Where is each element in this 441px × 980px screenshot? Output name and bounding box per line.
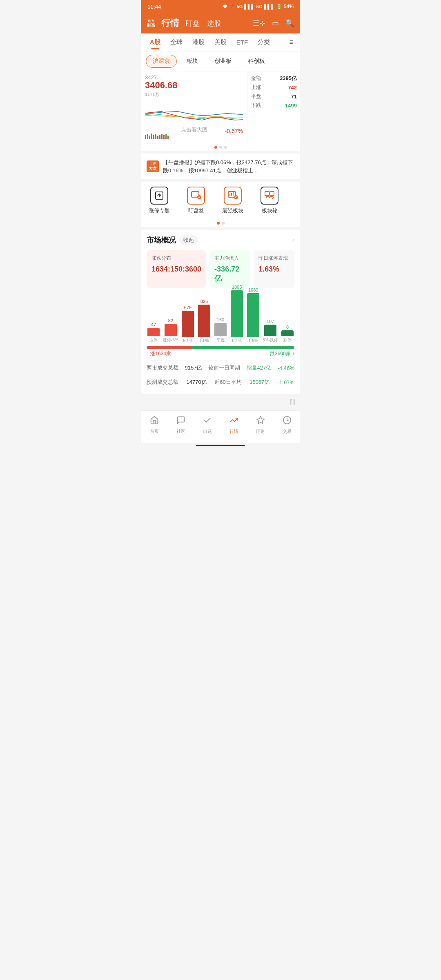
bar-dieting[interactable]: 8 跌停 [281,325,294,343]
quick-nav: 涨停专题 盯盘签 最强板块 [141,182,300,219]
svg-rect-9 [163,135,165,139]
svg-rect-1 [147,134,148,139]
stats-1-compare-value1: 缩量427亿 [247,364,272,372]
chart-hint[interactable]: 点击看大图 [181,126,207,134]
nav-home[interactable]: 首页 [141,414,167,436]
quick-nav-bankuai[interactable]: 板块轮 [251,187,288,214]
header: 东方 财富 行情 盯盘 选股 ☰⊹ ▭ 🔍 [141,13,300,33]
nav-community[interactable]: 社区 [167,414,194,436]
stats-row-2: 预测成交总额 14770亿 近60日平均 15067亿 -1.97% [147,375,294,389]
bottom-nav: 首页 社区 自选 行情 理财 [141,410,300,443]
dots2-1 [217,222,220,225]
watermark-area: fI [141,394,300,410]
subnav-star[interactable]: 科创板 [241,55,272,67]
zhangting-label: 涨停专题 [149,207,170,214]
tab-more-icon[interactable]: ≡ [287,38,296,47]
bar-1to5-label: 1680 [248,287,258,292]
card-yesterday[interactable]: 昨日涨停表现 1.63% [254,250,294,288]
bar-1to5[interactable]: 1680 1-5% [246,287,260,343]
bar-up5-body [165,324,177,336]
watermark-text: fI [290,398,296,407]
search-icon[interactable]: 🔍 [285,19,294,28]
bar-flat[interactable]: 150 平盘 [214,317,227,343]
quick-nav-zuiqiang[interactable]: 最强板块 [214,187,251,214]
finance-icon [256,416,265,427]
tab-hk[interactable]: 港股 [187,35,209,49]
external-link-icon[interactable]: ▭ [272,19,279,28]
dots2-2 [222,222,225,225]
tab-us[interactable]: 美股 [209,35,232,49]
quick-nav-dingpan[interactable]: 盯盘签 [178,187,214,214]
bar-5to1-label: 679 [184,305,192,310]
settings-icon[interactable]: ☰⊹ [253,19,265,28]
progress-down-text: 跌3600家 [270,351,291,356]
bar-0to1-label: 1805 [232,285,242,290]
quick-nav-dots [141,219,300,227]
subnav-sector[interactable]: 板块 [180,55,205,67]
nav-watchlist[interactable]: 自选 [194,414,220,436]
bar-1to5-body [247,293,259,337]
news-banner[interactable]: 点评 大盘 【午盘播报】沪指下跌0.06%，报3427.76点；深成指下跌0.1… [141,154,300,179]
progress-up-label: ↑ 涨1634家 [147,350,171,357]
watchlist-icon [203,416,212,427]
bar-5to1-body [182,311,194,337]
chart-area[interactable]: 3427... 3406.68 1171万 [141,71,300,143]
bar-up5[interactable]: 82 涨停-5% [163,318,178,343]
amount-label: 金额 [251,75,261,82]
bar-5to1[interactable]: 679 5-1% [181,305,195,343]
status-right: 👁 📍 5G ▌▌▌ 5G ▌▌▌ 🔋 54% [223,4,294,9]
nav-trade-label: 交易 [283,428,292,434]
svg-point-19 [234,195,238,199]
bar-0to1-bottom: 0-1% [232,339,241,343]
header-nav-xuangu[interactable]: 选股 [207,19,221,28]
logo-bottom: 财富 [147,23,156,27]
down-value: 1499 [285,102,297,109]
flat-label: 平盘 [251,93,261,100]
progress-down-label: 跌3600家 ↓ [270,350,294,357]
logo[interactable]: 东方 财富 [147,19,156,27]
nav-finance[interactable]: 理财 [247,414,274,436]
nav-watchlist-label: 自选 [203,428,212,434]
bar-5to1-bottom: 5-1% [183,339,192,343]
nav-home-label: 首页 [150,428,159,434]
signal-bars: ▌▌▌ [244,4,255,9]
section-collapse[interactable]: 收起 [179,235,198,245]
tab-bar: A股 全球 港股 美股 ETF 分类 ≡ [141,33,300,51]
tab-a-shares[interactable]: A股 [145,35,165,49]
nav-trade[interactable]: 交易 [274,414,300,436]
stats-1-compare-pct: -4.46% [278,365,294,371]
card-distribution[interactable]: 涨跌分布 1634:150:3600 [147,250,206,288]
flat-value: 71 [291,94,297,100]
header-nav: 盯盘 选股 [186,19,249,28]
bar-zhangting[interactable]: 47 涨停 [147,322,160,343]
dingpan-icon [187,187,205,205]
nav-market[interactable]: 行情 [220,414,247,436]
tab-global[interactable]: 全球 [165,35,187,49]
bar-1to0-bottom: 1-0% [199,339,209,343]
header-nav-dingpan[interactable]: 盯盘 [186,19,200,28]
market-cards: 涨跌分布 1634:150:3600 主力净流入 -336.72亿 昨日涨停表现… [147,250,294,288]
tab-classify[interactable]: 分类 [253,35,275,49]
up-arrow-icon: ↑ [147,351,149,356]
subnav-shanghai[interactable]: 沪深京 [146,55,177,68]
bar-5totingpai[interactable]: 107 5%-跌停 [263,319,278,343]
signal-bars2: ▌▌▌ [264,4,274,9]
progress-up [147,346,192,349]
signal-icon2: 5G [256,4,263,9]
index-chart[interactable] [145,98,243,130]
bar-0to1[interactable]: 1805 0-1% [230,285,244,343]
bar-5totingpai-bottom: 5%-跌停 [263,337,278,343]
bar-1to5-bottom: 1-5% [248,339,258,343]
subnav-chinext[interactable]: 创业板 [208,55,238,67]
svg-rect-5 [155,134,156,139]
nav-community-label: 社区 [176,428,185,434]
bar-1to0[interactable]: 826 1-0% [197,299,211,343]
svg-rect-2 [149,136,150,139]
card-yesterday-value: 1.63% [258,265,290,274]
stats-2-compare-pct: -1.97% [278,379,294,385]
card-flow[interactable]: 主力净流入 -336.72亿 [209,250,250,288]
quick-nav-zhangting[interactable]: 涨停专题 [141,187,178,214]
tab-etf[interactable]: ETF [232,36,253,49]
down-arrow-icon: ↓ [292,351,294,356]
progress-up-text: 涨1634家 [150,351,171,356]
